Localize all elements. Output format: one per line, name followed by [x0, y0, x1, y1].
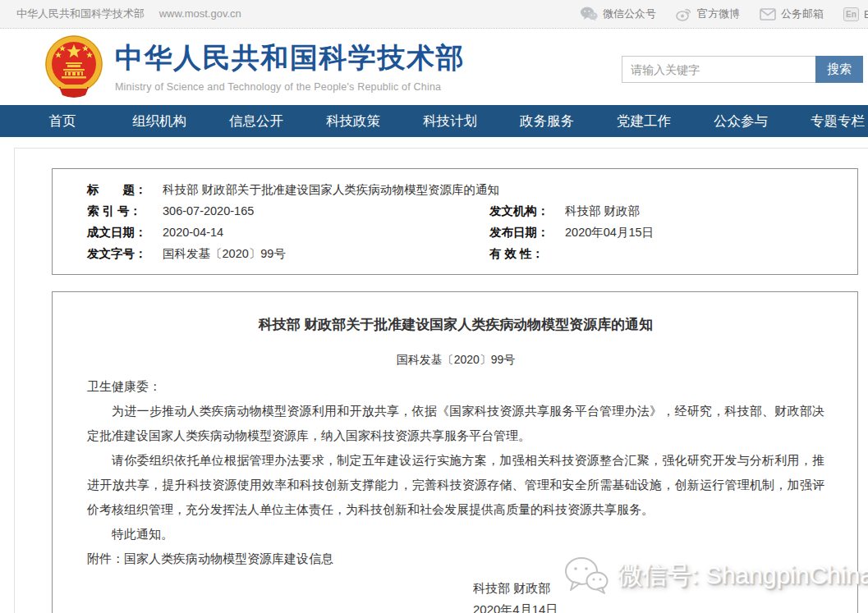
meta-cell: 索 引 号： 306-07-2020-165 — [53, 200, 455, 222]
document-title: 科技部 财政部关于批准建设国家人类疾病动物模型资源库的通知 — [87, 317, 824, 333]
meta-cell: 成文日期： 2020-04-14 — [53, 222, 455, 243]
nav-item-public-participation[interactable]: 公众参与 — [692, 105, 789, 137]
meta-label-validity: 有 效 性： — [489, 243, 555, 264]
site-identity: 中华人民共和国科学技术部 www.most.gov.cn — [16, 0, 241, 28]
search-input[interactable] — [622, 56, 815, 83]
meta-label-issuing-agency: 发文机构： — [489, 200, 555, 222]
main-navigation: 首页 组织机构 信息公开 科技政策 科技计划 政务服务 党建工作 公众参与 专题… — [0, 105, 868, 137]
nav-item-party-building[interactable]: 党建工作 — [595, 105, 692, 137]
mail-label: 公务邮箱 — [781, 7, 824, 21]
weibo-link[interactable]: 官方微博 — [676, 7, 740, 21]
meta-row: 发文字号： 国科发基〔2020〕99号 有 效 性： — [53, 243, 857, 264]
site-url[interactable]: www.most.gov.cn — [159, 7, 241, 20]
en-icon: En — [843, 7, 859, 21]
meta-cell: 发文机构： 科技部 财政部 — [455, 200, 640, 222]
search-box: 搜索 — [622, 56, 863, 83]
nav-item-home[interactable]: 首页 — [14, 105, 111, 137]
masthead: 中华人民共和国科学技术部 Ministry of Science and Tec… — [0, 29, 868, 105]
salutation: 卫生健康委： — [87, 374, 824, 399]
english-link[interactable]: En English — [843, 7, 868, 21]
meta-value-title: 科技部 财政部关于批准建设国家人类疾病动物模型资源库的通知 — [163, 179, 499, 200]
document-body-panel: 科技部 财政部关于批准建设国家人类疾病动物模型资源库的通知 国科发基〔2020〕… — [52, 291, 858, 613]
ministry-subtitle-en: Ministry of Science and Technology of th… — [115, 81, 465, 93]
search-button[interactable]: 搜索 — [815, 56, 863, 83]
national-emblem-logo[interactable] — [36, 33, 112, 100]
meta-value-doc-number: 国科发基〔2020〕99号 — [163, 243, 286, 264]
meta-value-index-no: 306-07-2020-165 — [163, 200, 254, 222]
topbar-links: 微信公众号 官方微博 公务邮箱 En English — [580, 0, 868, 28]
weibo-icon — [676, 7, 692, 21]
paragraph-2: 请你委组织依托单位根据管理办法要求，制定五年建设运行实施方案，加强相关科技资源整… — [87, 448, 824, 522]
meta-label-index-no: 索 引 号： — [87, 200, 153, 222]
meta-value-written-date: 2020-04-14 — [163, 222, 223, 243]
nav-item-sci-policy[interactable]: 科技政策 — [305, 105, 402, 137]
wechat-label: 微信公众号 — [603, 7, 656, 21]
nav-item-info-disclosure[interactable]: 信息公开 — [208, 105, 305, 137]
nav-item-sci-programs[interactable]: 科技计划 — [402, 105, 498, 137]
document-number: 国科发基〔2020〕99号 — [87, 351, 824, 368]
mail-icon — [760, 8, 776, 21]
wechat-icon — [580, 7, 598, 21]
meta-cell: 标 题： 科技部 财政部关于批准建设国家人类疾病动物模型资源库的通知 — [53, 179, 499, 200]
wechat-link[interactable]: 微信公众号 — [580, 7, 656, 21]
nav-item-gov-services[interactable]: 政务服务 — [498, 105, 595, 137]
attachment-line: 附件：国家人类疾病动物模型资源库建设信息 — [87, 547, 824, 571]
meta-row-title: 标 题： 科技部 财政部关于批准建设国家人类疾病动物模型资源库的通知 — [53, 179, 857, 200]
meta-label-written-date: 成文日期： — [87, 222, 153, 243]
meta-cell: 有 效 性： — [455, 243, 565, 264]
document-metadata-table: 标 题： 科技部 财政部关于批准建设国家人类疾病动物模型资源库的通知 索 引 号… — [52, 168, 858, 275]
meta-cell: 发文字号： 国科发基〔2020〕99号 — [53, 243, 455, 264]
nav-item-organization[interactable]: 组织机构 — [111, 105, 208, 137]
weibo-label: 官方微博 — [697, 7, 740, 21]
signer: 科技部 财政部 — [473, 578, 824, 599]
ministry-title: 中华人民共和国科学技术部 — [115, 39, 465, 77]
brand-block: 中华人民共和国科学技术部 Ministry of Science and Tec… — [115, 39, 465, 93]
closing-line: 特此通知。 — [87, 522, 824, 547]
signature-block: 科技部 财政部 2020年4月14日 — [473, 578, 824, 613]
meta-label-publish-date: 发布日期： — [489, 222, 555, 243]
content-wrapper: 标 题： 科技部 财政部关于批准建设国家人类疾病动物模型资源库的通知 索 引 号… — [14, 148, 868, 613]
main-content: 标 题： 科技部 财政部关于批准建设国家人类疾病动物模型资源库的通知 索 引 号… — [0, 148, 868, 613]
meta-value-issuing-agency: 科技部 财政部 — [565, 200, 640, 222]
nav-item-special-topics[interactable]: 专题专栏 — [789, 105, 868, 137]
meta-row: 索 引 号： 306-07-2020-165 发文机构： 科技部 财政部 — [53, 200, 857, 222]
paragraph-1: 为进一步推动人类疾病动物模型资源利用和开放共享，依据《国家科技资源共享服务平台管… — [87, 399, 824, 448]
site-name: 中华人民共和国科学技术部 — [16, 7, 145, 20]
english-label: English — [864, 8, 868, 21]
meta-value-publish-date: 2020年04月15日 — [565, 222, 654, 243]
meta-label-title: 标 题： — [87, 179, 153, 200]
meta-label-doc-number: 发文字号： — [87, 243, 153, 264]
document-text: 卫生健康委： 为进一步推动人类疾病动物模型资源利用和开放共享，依据《国家科技资源… — [87, 374, 824, 571]
top-utility-bar: 中华人民共和国科学技术部 www.most.gov.cn 微信公众号 官方微博 — [0, 0, 868, 29]
meta-row: 成文日期： 2020-04-14 发布日期： 2020年04月15日 — [53, 222, 857, 243]
mail-link[interactable]: 公务邮箱 — [760, 7, 824, 21]
sign-date: 2020年4月14日 — [473, 599, 824, 613]
meta-cell: 发布日期： 2020年04月15日 — [455, 222, 654, 243]
